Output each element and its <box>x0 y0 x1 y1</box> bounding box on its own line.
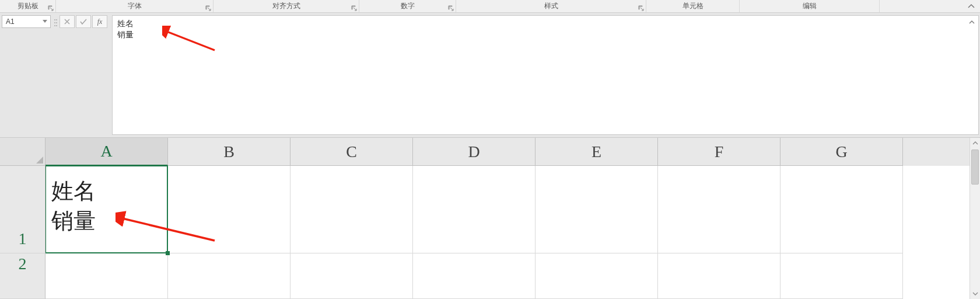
select-all-button[interactable] <box>0 138 46 166</box>
ribbon-group-cells: 单元格 <box>646 0 740 12</box>
cell-C1[interactable] <box>290 166 413 253</box>
ribbon-group-label: 编辑 <box>803 1 817 11</box>
fx-label: fx <box>97 18 103 26</box>
cell-G2[interactable] <box>780 253 903 299</box>
cell-A1[interactable]: 姓名 销量 <box>46 166 168 253</box>
ribbon-group-styles: 样式 <box>456 0 646 12</box>
enter-button[interactable] <box>76 15 91 28</box>
grid-main: A B C D E F G 姓名 销量 <box>46 138 970 299</box>
chevron-down-icon[interactable] <box>41 20 49 23</box>
ribbon-group-font: 字体 <box>56 0 214 12</box>
ribbon-group-editing: 编辑 <box>740 0 880 12</box>
worksheet-grid: 1 2 A B C D E F G 姓名 销量 <box>0 138 980 299</box>
ribbon-group-label: 样式 <box>544 1 558 11</box>
svg-point-1 <box>54 22 55 23</box>
ribbon-group-alignment: 对齐方式 <box>214 0 359 12</box>
cell-A1-content: 姓名 销量 <box>46 166 167 237</box>
svg-point-2 <box>54 25 55 26</box>
name-box-value: A1 <box>6 18 15 26</box>
cell-A2[interactable] <box>46 253 168 299</box>
name-box[interactable]: A1 <box>2 15 51 28</box>
ribbon-group-label: 字体 <box>128 1 142 11</box>
row-header-1[interactable]: 1 <box>0 166 46 253</box>
formula-bar-buttons: fx <box>58 13 108 137</box>
scroll-up-icon[interactable] <box>970 138 980 148</box>
ribbon-group-clipboard: 剪贴板 <box>0 0 56 12</box>
formula-bar-drag-handle[interactable] <box>52 13 58 137</box>
column-header-B[interactable]: B <box>168 138 290 166</box>
column-headers: A B C D E F G <box>46 138 970 166</box>
column-header-C[interactable]: C <box>290 138 413 166</box>
svg-point-4 <box>56 22 57 23</box>
scroll-down-icon[interactable] <box>970 288 980 299</box>
formula-bar[interactable]: 姓名 销量 <box>112 15 979 135</box>
vertical-scrollbar[interactable] <box>970 138 980 299</box>
cell-F1[interactable] <box>658 166 780 253</box>
column-header-D[interactable]: D <box>413 138 536 166</box>
cell-row-1: 姓名 销量 <box>46 166 970 253</box>
ribbon-group-number: 数字 <box>359 0 456 12</box>
column-header-G[interactable]: G <box>780 138 903 166</box>
dialog-launcher-icon[interactable] <box>47 5 54 12</box>
cell-D1[interactable] <box>413 166 536 253</box>
dialog-launcher-icon[interactable] <box>205 5 212 12</box>
column-header-A[interactable]: A <box>46 138 168 166</box>
fill-handle[interactable] <box>166 251 170 255</box>
ribbon-group-labels: 剪贴板 字体 对齐方式 数字 样式 单元格 编辑 <box>0 0 980 13</box>
ribbon-group-label: 数字 <box>401 1 415 11</box>
dialog-launcher-icon[interactable] <box>638 5 645 12</box>
svg-point-3 <box>56 19 57 20</box>
column-header-E[interactable]: E <box>536 138 658 166</box>
row-header-column: 1 2 <box>0 138 46 299</box>
cells-area[interactable]: 姓名 销量 <box>46 166 970 299</box>
cell-E2[interactable] <box>536 253 658 299</box>
column-header-F[interactable]: F <box>658 138 780 166</box>
cancel-button[interactable] <box>60 15 75 28</box>
svg-point-5 <box>56 25 57 26</box>
cell-F2[interactable] <box>658 253 780 299</box>
svg-point-0 <box>54 19 55 20</box>
insert-function-button[interactable]: fx <box>92 15 107 28</box>
cell-C2[interactable] <box>290 253 413 299</box>
name-box-container: A1 <box>0 13 52 137</box>
cell-B1[interactable] <box>168 166 290 253</box>
collapse-ribbon-button[interactable] <box>963 0 980 12</box>
ribbon-group-label: 对齐方式 <box>272 1 300 11</box>
row-header-2[interactable]: 2 <box>0 253 46 299</box>
formula-bar-row: A1 fx 姓名 销量 <box>0 13 980 138</box>
dialog-launcher-icon[interactable] <box>447 5 454 12</box>
ribbon-group-label: 单元格 <box>682 1 704 11</box>
scrollbar-thumb[interactable] <box>971 150 979 185</box>
cell-B2[interactable] <box>168 253 290 299</box>
ribbon-group-label: 剪贴板 <box>18 1 38 11</box>
cell-row-2 <box>46 253 970 299</box>
cell-G1[interactable] <box>780 166 903 253</box>
cell-E1[interactable] <box>536 166 658 253</box>
cell-D2[interactable] <box>413 253 536 299</box>
formula-bar-content: 姓名 销量 <box>113 16 978 43</box>
formula-bar-collapse-button[interactable] <box>967 18 977 27</box>
dialog-launcher-icon[interactable] <box>351 5 358 12</box>
